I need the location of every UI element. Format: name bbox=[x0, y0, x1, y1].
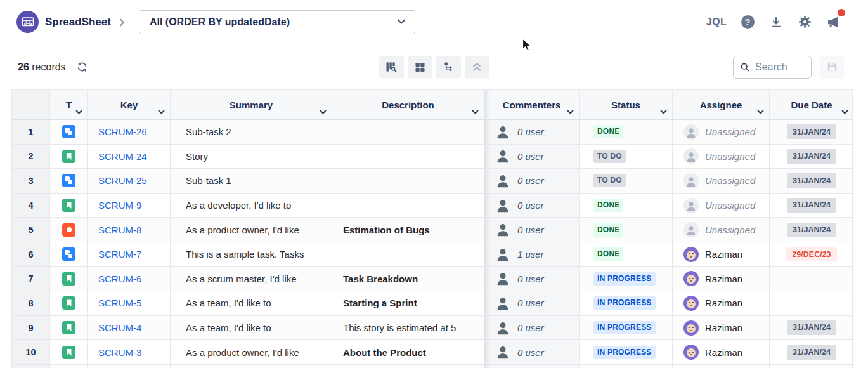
row-number[interactable]: 5 bbox=[12, 218, 50, 242]
summary-cell[interactable]: As a scrum master, I'd like bbox=[171, 267, 332, 291]
commenters-cell[interactable]: 0 user bbox=[484, 145, 580, 169]
column-header-summary[interactable]: Summary bbox=[171, 90, 332, 119]
issue-type-cell[interactable] bbox=[50, 120, 88, 144]
help-button[interactable]: ? bbox=[740, 15, 755, 30]
issue-type-cell[interactable] bbox=[50, 365, 88, 368]
commenters-cell[interactable]: 1 user bbox=[484, 242, 580, 266]
assignee-cell[interactable]: Raziman bbox=[673, 316, 770, 340]
summary-cell[interactable]: Sub-task 1 bbox=[171, 169, 332, 193]
issue-key-link[interactable]: SCRUM-26 bbox=[98, 126, 147, 137]
summary-cell[interactable]: As a developer, I'd like to bbox=[171, 194, 332, 218]
saved-filter-select[interactable]: All (ORDER BY updatedDate) bbox=[139, 10, 415, 34]
description-cell[interactable]: Task Breakdown bbox=[332, 267, 484, 291]
description-cell[interactable] bbox=[332, 120, 484, 144]
issue-type-cell[interactable] bbox=[50, 145, 88, 169]
grid-view-button[interactable] bbox=[408, 56, 432, 78]
summary-cell[interactable]: Story bbox=[171, 145, 332, 169]
sort-chevron-icon[interactable] bbox=[567, 110, 574, 115]
column-header-commenters[interactable]: Commenters bbox=[484, 90, 580, 119]
due-date-cell[interactable] bbox=[770, 291, 853, 315]
row-number[interactable]: 4 bbox=[12, 194, 50, 218]
assignee-cell[interactable]: Unassigned bbox=[673, 218, 770, 242]
commenters-cell[interactable]: 0 user bbox=[484, 365, 580, 368]
commenters-cell[interactable]: 0 user bbox=[484, 218, 580, 242]
commenters-cell[interactable]: 0 user bbox=[484, 120, 580, 144]
column-header-type[interactable]: T bbox=[50, 90, 88, 119]
search-box[interactable] bbox=[733, 56, 812, 79]
due-date-cell[interactable]: 31/JAN/24 bbox=[770, 340, 853, 364]
due-date-cell[interactable]: 31/JAN/24 bbox=[770, 365, 853, 368]
description-cell[interactable]: About the Product bbox=[332, 340, 484, 364]
issue-key-link[interactable]: SCRUM-9 bbox=[98, 200, 141, 211]
issue-type-cell[interactable] bbox=[50, 340, 88, 364]
summary-cell[interactable]: As a product owner, I'd like bbox=[171, 218, 332, 242]
status-cell[interactable]: IN PROGRESS bbox=[580, 291, 673, 315]
commenters-cell[interactable]: 0 user bbox=[484, 267, 580, 291]
summary-cell[interactable]: As a product owner, I'd like bbox=[171, 340, 332, 364]
assignee-cell[interactable]: Raziman bbox=[673, 365, 770, 368]
due-date-cell[interactable]: 29/DEC/23 bbox=[770, 242, 853, 266]
sort-chevron-icon[interactable] bbox=[158, 110, 165, 115]
issue-key-link[interactable]: SCRUM-24 bbox=[98, 151, 147, 162]
settings-button[interactable] bbox=[797, 15, 812, 30]
description-cell[interactable] bbox=[332, 145, 484, 169]
status-cell[interactable]: DONE bbox=[580, 194, 673, 218]
summary-cell[interactable] bbox=[171, 365, 332, 368]
column-header-duedate[interactable]: Due Date bbox=[770, 90, 853, 119]
description-cell[interactable] bbox=[332, 169, 484, 193]
row-number[interactable]: 9 bbox=[12, 316, 50, 340]
hierarchy-view-button[interactable] bbox=[436, 56, 461, 78]
sort-chevron-icon[interactable] bbox=[841, 110, 848, 115]
assignee-cell[interactable]: Unassigned bbox=[673, 194, 770, 218]
summary-cell[interactable]: As a team, I'd like to bbox=[171, 316, 332, 340]
row-number[interactable]: 3 bbox=[12, 169, 50, 193]
assignee-cell[interactable]: Raziman bbox=[673, 340, 770, 364]
column-header-assignee[interactable]: Assignee bbox=[673, 90, 770, 119]
issue-type-cell[interactable] bbox=[50, 291, 88, 315]
summary-cell[interactable]: Sub-task 2 bbox=[171, 120, 332, 144]
sort-chevron-icon[interactable] bbox=[75, 110, 82, 115]
status-cell[interactable]: DONE bbox=[580, 242, 673, 266]
issue-type-cell[interactable] bbox=[50, 194, 88, 218]
assignee-cell[interactable]: Unassigned bbox=[673, 169, 770, 193]
issue-type-cell[interactable] bbox=[50, 218, 88, 242]
issue-type-cell[interactable] bbox=[50, 169, 88, 193]
issue-key-link[interactable]: SCRUM-3 bbox=[98, 347, 141, 358]
sort-chevron-icon[interactable] bbox=[660, 110, 667, 115]
assignee-cell[interactable]: Raziman bbox=[673, 291, 770, 315]
due-date-cell[interactable] bbox=[770, 267, 853, 291]
description-cell[interactable]: Starting a Sprint bbox=[332, 291, 484, 315]
row-number[interactable]: 8 bbox=[12, 291, 50, 315]
issue-key-link[interactable]: SCRUM-6 bbox=[98, 273, 141, 284]
jql-button[interactable]: JQL bbox=[706, 16, 727, 28]
export-button[interactable] bbox=[768, 15, 784, 30]
issue-key-link[interactable]: SCRUM-4 bbox=[98, 322, 141, 333]
summary-cell[interactable]: This is a sample task. Tasks bbox=[171, 242, 332, 266]
issue-key-link[interactable]: SCRUM-8 bbox=[98, 225, 141, 235]
issue-type-cell[interactable] bbox=[50, 316, 88, 340]
commenters-cell[interactable]: 0 user bbox=[484, 169, 580, 193]
summary-cell[interactable]: As a team, I'd like to bbox=[171, 291, 332, 315]
assignee-cell[interactable]: Unassigned bbox=[673, 120, 770, 144]
commenters-cell[interactable]: 0 user bbox=[484, 340, 580, 364]
assignee-cell[interactable]: Unassigned bbox=[673, 145, 770, 169]
issue-type-cell[interactable] bbox=[50, 267, 88, 291]
assignee-cell[interactable]: Raziman bbox=[673, 267, 770, 291]
due-date-cell[interactable]: 31/JAN/24 bbox=[770, 169, 853, 193]
description-cell[interactable] bbox=[332, 194, 484, 218]
column-header-description[interactable]: Description bbox=[332, 90, 484, 119]
status-cell[interactable]: TO DO bbox=[580, 169, 673, 193]
commenters-cell[interactable]: 0 user bbox=[484, 194, 580, 218]
sort-chevron-icon[interactable] bbox=[472, 110, 479, 115]
search-input[interactable] bbox=[755, 62, 806, 73]
column-header-status[interactable]: Status bbox=[580, 90, 673, 119]
row-number[interactable]: 10 bbox=[12, 340, 50, 364]
issue-type-cell[interactable] bbox=[50, 242, 88, 266]
commenters-cell[interactable]: 0 user bbox=[484, 316, 580, 340]
status-cell[interactable]: IN PROGRESS bbox=[580, 316, 673, 340]
description-cell[interactable]: Estimation of Bugs bbox=[332, 218, 484, 242]
due-date-cell[interactable]: 31/JAN/24 bbox=[770, 316, 853, 340]
column-header-key[interactable]: Key bbox=[88, 90, 171, 119]
announcements-button[interactable] bbox=[826, 15, 841, 30]
due-date-cell[interactable]: 31/JAN/24 bbox=[770, 194, 853, 218]
